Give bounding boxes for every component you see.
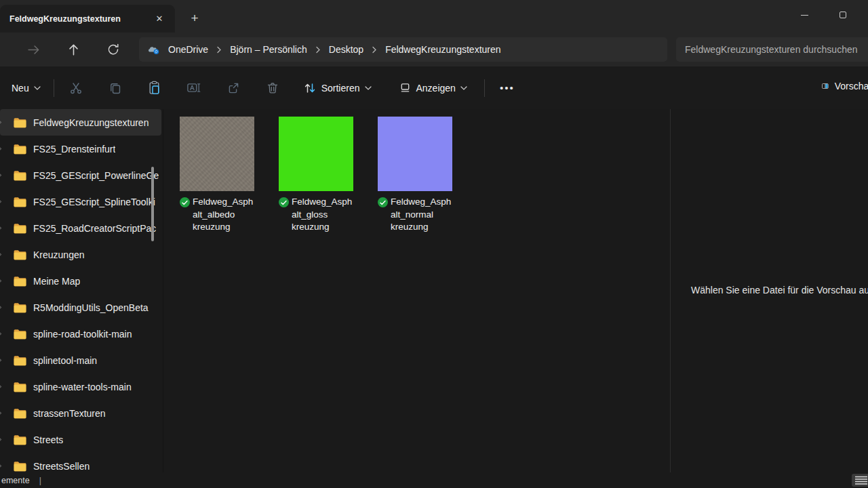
- view-button[interactable]: Anzeigen: [393, 76, 473, 100]
- maximize-button[interactable]: [827, 0, 859, 30]
- sidebar-item[interactable]: FS25_GEScript_SplineToolki: [0, 188, 161, 215]
- breadcrumb-item-onedrive[interactable]: OneDrive: [167, 42, 210, 57]
- chevron-right-icon[interactable]: [0, 436, 4, 443]
- file-item[interactable]: Feldweg_Asph alt_normal kreuzung: [378, 117, 454, 234]
- sidebar-item[interactable]: FS25_GEScript_PowerlineGe: [0, 162, 161, 188]
- toolbar-divider: [484, 79, 485, 97]
- sidebar-item[interactable]: spline-water-tools-main: [0, 373, 161, 400]
- file-thumbnail[interactable]: [378, 117, 452, 191]
- breadcrumb[interactable]: OneDrive Björn – Persönlich Desktop Feld…: [139, 37, 667, 62]
- status-divider: |: [39, 476, 41, 485]
- sort-button-label: Sortieren: [321, 83, 360, 94]
- cut-button[interactable]: [61, 75, 91, 102]
- preview-toggle-button[interactable]: Vorschau: [817, 74, 868, 98]
- sidebar-item[interactable]: StreetsSellen: [0, 453, 161, 472]
- file-thumbnail[interactable]: [180, 117, 254, 191]
- search-input[interactable]: [676, 37, 868, 62]
- onedrive-icon: [147, 43, 161, 56]
- forward-button[interactable]: [22, 38, 45, 61]
- plus-icon: +: [191, 11, 198, 26]
- navigation-pane: FeldwegKreuzungstexturenFS25_Drensteinfu…: [0, 109, 161, 472]
- minimize-icon: [801, 15, 808, 16]
- close-tab-icon[interactable]: ✕: [151, 10, 168, 28]
- breadcrumb-item-user[interactable]: Björn – Persönlich: [229, 42, 309, 57]
- rename-icon: [186, 81, 201, 95]
- chevron-right-icon: [216, 46, 222, 54]
- new-button[interactable]: Neu: [5, 77, 47, 99]
- sort-button[interactable]: Sortieren: [297, 76, 378, 100]
- sidebar-item-label: FS25_RoadCreatorScriptPac: [33, 223, 156, 234]
- explorer-tab[interactable]: FeldwegKreuzungstexturen ✕: [0, 5, 175, 33]
- sidebar-item[interactable]: Kreuzungen: [0, 241, 161, 268]
- view-layout-icon: [399, 81, 412, 94]
- paste-button[interactable]: [140, 75, 170, 102]
- sidebar-item-label: StreetsSellen: [33, 461, 90, 472]
- chevron-right-icon[interactable]: [0, 409, 4, 417]
- sidebar-item[interactable]: strassenTexturen: [0, 400, 161, 426]
- onedrive-synced-icon: [378, 197, 388, 207]
- sidebar-item[interactable]: FS25_Drensteinfurt: [0, 136, 161, 162]
- sidebar-item-label: FeldwegKreuzungstexturen: [33, 117, 149, 128]
- folder-icon: [14, 434, 26, 445]
- preview-placeholder-text: Wählen Sie eine Datei für die Vorschau a…: [691, 285, 868, 296]
- refresh-icon: [106, 43, 120, 56]
- chevron-right-icon[interactable]: [0, 462, 4, 470]
- copy-button[interactable]: [100, 75, 130, 102]
- share-button[interactable]: [218, 75, 248, 102]
- chevron-right-icon[interactable]: [0, 277, 4, 285]
- folder-icon: [14, 249, 26, 260]
- rename-button[interactable]: [179, 75, 209, 102]
- sidebar-item-label: FS25_Drensteinfurt: [33, 144, 115, 155]
- file-thumbnail[interactable]: [279, 117, 353, 191]
- refresh-button[interactable]: [102, 38, 125, 61]
- delete-button[interactable]: [258, 75, 288, 102]
- chevron-right-icon[interactable]: [0, 304, 4, 311]
- paste-icon: [147, 81, 161, 95]
- sidebar-item[interactable]: FeldwegKreuzungstexturen: [0, 109, 161, 136]
- chevron-down-icon: [34, 86, 41, 90]
- preview-toggle-label: Vorschau: [835, 81, 868, 92]
- breadcrumb-item-current-folder[interactable]: FeldwegKreuzungstexturen: [384, 42, 502, 57]
- chevron-right-icon: [372, 46, 377, 54]
- more-options-button[interactable]: •••: [492, 77, 523, 99]
- list-lines-icon: [854, 476, 868, 485]
- new-tab-button[interactable]: +: [184, 8, 205, 28]
- file-list: Feldweg_Asph alt_albedo kreuzung Feldweg…: [163, 109, 670, 472]
- chevron-right-icon[interactable]: [0, 145, 4, 152]
- onedrive-synced-icon: [180, 197, 190, 207]
- chevron-down-icon: [460, 86, 467, 90]
- sidebar-item[interactable]: splinetool-main: [0, 347, 161, 373]
- sidebar-item[interactable]: Streets: [0, 426, 161, 453]
- new-button-label: Neu: [12, 83, 29, 94]
- sidebar-scrollbar[interactable]: [151, 167, 154, 241]
- chevron-right-icon[interactable]: [0, 198, 4, 205]
- command-bar: Neu Sortieren Anzeigen ••• Vorschau: [0, 66, 868, 109]
- arrow-right-icon: [26, 43, 41, 57]
- chevron-right-icon[interactable]: [0, 357, 4, 364]
- minimize-button[interactable]: [789, 0, 820, 30]
- file-item[interactable]: Feldweg_Asph alt_albedo kreuzung: [180, 117, 256, 234]
- chevron-right-icon[interactable]: [0, 171, 4, 179]
- sidebar-item-label: spline-road-toolkit-main: [33, 329, 132, 340]
- chevron-right-icon[interactable]: [0, 119, 4, 126]
- chevron-right-icon[interactable]: [0, 330, 4, 338]
- chevron-right-icon[interactable]: [0, 224, 4, 232]
- sidebar-item[interactable]: spline-road-toolkit-main: [0, 321, 161, 347]
- sidebar-item[interactable]: Meine Map: [0, 268, 161, 294]
- folder-icon: [14, 223, 26, 234]
- sidebar-item[interactable]: R5ModdingUtils_OpenBeta: [0, 294, 161, 321]
- sidebar-item[interactable]: FS25_RoadCreatorScriptPac: [0, 215, 161, 241]
- scissors-icon: [69, 81, 83, 95]
- folder-icon: [14, 461, 26, 472]
- chevron-right-icon[interactable]: [0, 383, 4, 390]
- toolbar-divider: [54, 79, 54, 97]
- folder-icon: [14, 355, 26, 366]
- breadcrumb-item-desktop[interactable]: Desktop: [328, 42, 365, 57]
- up-button[interactable]: [62, 38, 85, 61]
- sidebar-item-label: Streets: [33, 434, 63, 445]
- sidebar-item-label: spline-water-tools-main: [33, 382, 132, 392]
- sidebar-item-label: FS25_GEScript_SplineToolki: [33, 197, 155, 207]
- file-item[interactable]: Feldweg_Asph alt_gloss kreuzung: [279, 117, 355, 234]
- details-view-toggle[interactable]: [852, 474, 868, 487]
- chevron-right-icon[interactable]: [0, 251, 4, 258]
